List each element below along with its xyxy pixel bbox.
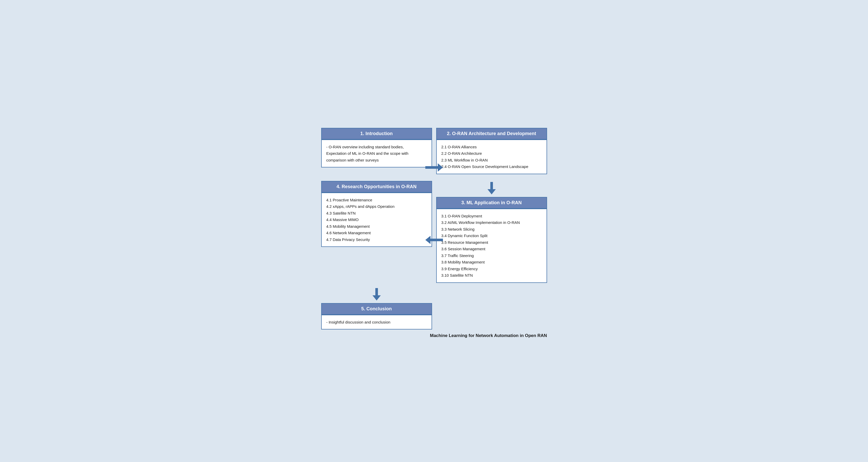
section-3-item-6: 3.6 Session Management	[441, 245, 542, 252]
section-2-header: 2. O-RAN Architecture and Development	[436, 128, 547, 139]
section-2-item-2: 2.2 O-RAN Architecture	[441, 150, 542, 157]
section-2-box: 2. O-RAN Architecture and Development 2.…	[436, 128, 547, 174]
section-3-item-1: 3.1 O-RAN Deployment	[441, 213, 542, 220]
section-4-box: 4. Research Opportunities in O-RAN 4.1 P…	[321, 181, 432, 247]
main-layout: 1. Introduction - O-RAN overview includi…	[317, 124, 551, 339]
section-3-item-5: 3.5 Resource Management	[441, 239, 542, 246]
section-3-box: 3. ML Application in O-RAN 3.1 O-RAN Dep…	[436, 197, 547, 283]
section-2-body: 2.1 O-RAN Alliances 2.2 O-RAN Architectu…	[436, 139, 547, 174]
section-2-item-4: 2.4 O-RAN Open Source Development Landsc…	[441, 163, 542, 170]
section-3-item-4: 3.4 Dynamic Function Split	[441, 232, 542, 239]
arrow-down-4-5	[321, 287, 432, 301]
section-2-title: 2. O-RAN Architecture and Development	[447, 131, 536, 136]
section-2-cell: 2. O-RAN Architecture and Development 2.…	[434, 124, 551, 176]
section-4-item-1: 4.1 Proactive Maintenance	[327, 197, 427, 203]
section-2-item-1: 2.1 O-RAN Alliances	[441, 144, 542, 151]
section-3-body: 3.1 O-RAN Deployment 3.2 AI/ML Workflow …	[436, 209, 547, 283]
diagram-wrapper: 1. Introduction - O-RAN overview includi…	[310, 118, 558, 345]
footer-row: Machine Learning for Network Automation …	[317, 332, 551, 339]
section-3-cell: 3. ML Application in O-RAN 3.1 O-RAN Dep…	[434, 179, 551, 285]
section-5-header: 5. Conclusion	[321, 303, 432, 315]
section-5-body: - Insightful discussion and conclusion	[321, 315, 432, 330]
section-4-title: 4. Research Opportunities in O-RAN	[337, 184, 416, 189]
section-5-box: 5. Conclusion - Insightful discussion an…	[321, 303, 432, 330]
section-3-item-10: 3.10 Satellite NTN	[441, 272, 542, 279]
section-4-item-5: 4.5 Mobility Management	[327, 223, 427, 230]
section-1-body: - O-RAN overview including standard bodi…	[321, 139, 432, 168]
section-4-item-3: 4.3 Satellite NTN	[327, 210, 427, 217]
bottom-right-empty	[434, 285, 551, 332]
section-4-item-4: 4.4 Massive MIMO	[327, 217, 427, 223]
section-5-title: 5. Conclusion	[361, 306, 392, 311]
section-1-header: 1. Introduction	[321, 128, 432, 139]
footer-text: Machine Learning for Network Automation …	[430, 333, 547, 338]
section-4-item-6: 4.6 Network Management	[327, 230, 427, 236]
section-1-title: 1. Introduction	[360, 131, 393, 136]
section-1-text: - O-RAN overview including standard bodi…	[327, 145, 408, 162]
section-4-header: 4. Research Opportunities in O-RAN	[321, 181, 432, 193]
section-3-header: 3. ML Application in O-RAN	[436, 197, 547, 209]
arrow-down-2-3	[436, 181, 547, 195]
section-1-cell: 1. Introduction - O-RAN overview includi…	[317, 124, 434, 176]
section-4-body: 4.1 Proactive Maintenance 4.2 xApps, rAP…	[321, 193, 432, 247]
section-1-box: 1. Introduction - O-RAN overview includi…	[321, 128, 432, 168]
section-3-item-8: 3.8 Mobility Management	[441, 259, 542, 266]
section-3-title: 3. ML Application in O-RAN	[461, 200, 522, 205]
section-4-cell: 4. Research Opportunities in O-RAN 4.1 P…	[317, 179, 434, 285]
section-4-item-2: 4.2 xApps, rAPPs and dApps Operation	[327, 203, 427, 210]
section-3-item-9: 3.9 Energy Efficiency	[441, 266, 542, 272]
arrow-down-icon-2-3	[488, 182, 496, 194]
section-3-item-2: 3.2 AI/ML Workflow Implementation in O-R…	[441, 219, 542, 226]
section-2-item-3: 2.3 ML Workflow in O-RAN	[441, 157, 542, 164]
section-3-item-7: 3.7 Traffic Steering	[441, 252, 542, 259]
arrow-down-icon-4-5	[372, 288, 381, 300]
section-5-text: - Insightful discussion and conclusion	[327, 320, 391, 324]
section-3-item-3: 3.3 Network Slicing	[441, 226, 542, 233]
section-4-item-7: 4.7 Data Privacy Security	[327, 236, 427, 243]
section-5-cell: 5. Conclusion - Insightful discussion an…	[317, 285, 434, 332]
